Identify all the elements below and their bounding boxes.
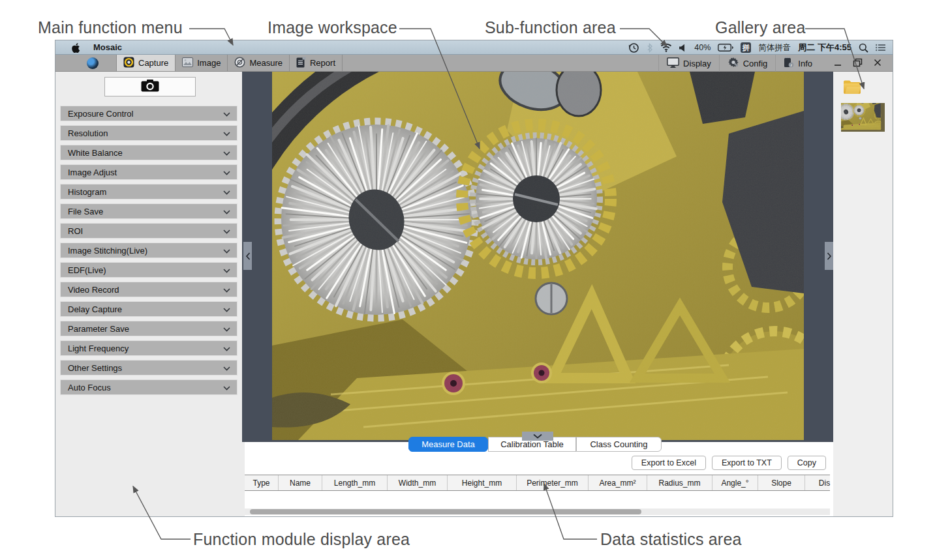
- tab-measure-data[interactable]: Measure Data: [408, 437, 488, 452]
- restore-button[interactable]: [853, 58, 863, 68]
- sidebar-panel[interactable]: Image Stitching(Live): [60, 243, 238, 258]
- collapse-right-handle[interactable]: [825, 242, 833, 270]
- label-image-workspace: Image workspace: [268, 18, 397, 37]
- sidebar-panel[interactable]: Other Settings: [60, 360, 238, 376]
- tab-capture[interactable]: Capture: [116, 55, 176, 71]
- capture-photo-button[interactable]: [104, 77, 196, 96]
- sidebar-panel[interactable]: Auto Focus: [60, 379, 238, 395]
- sidebar-panel-label: ROI: [68, 226, 83, 236]
- table-column-header[interactable]: Width_mm: [388, 475, 448, 490]
- chevron-down-icon: [223, 168, 230, 177]
- image-icon: [182, 57, 193, 69]
- chevron-down-icon: [223, 246, 230, 256]
- table-column-header[interactable]: Area_mm²: [589, 475, 647, 490]
- measure-icon: [234, 57, 245, 70]
- display-label: Display: [683, 59, 711, 68]
- table-column-header[interactable]: Type: [245, 475, 279, 490]
- sidebar-panel-label: File Save: [68, 207, 103, 216]
- wifi-icon[interactable]: [660, 43, 672, 52]
- sidebar-panel[interactable]: File Save: [60, 203, 238, 219]
- sidebar-panel[interactable]: Video Record: [60, 282, 238, 297]
- tab-image-label: Image: [197, 58, 221, 68]
- info-label: Info: [798, 59, 812, 68]
- table-column-header[interactable]: Name: [279, 475, 322, 490]
- table-column-header[interactable]: Slope: [758, 475, 805, 490]
- tab-image[interactable]: Image: [176, 55, 228, 71]
- time-machine-icon[interactable]: [628, 42, 639, 53]
- sidebar-panel[interactable]: Parameter Save: [60, 321, 238, 336]
- sidebar-panel[interactable]: Exposure Control: [60, 106, 238, 121]
- sidebar-panel[interactable]: Image Adjust: [60, 164, 238, 180]
- sidebar-panel[interactable]: White Balance: [60, 145, 238, 160]
- export-to-excel-button[interactable]: Export to Excel: [632, 456, 706, 470]
- tab-measure[interactable]: Measure: [228, 55, 290, 71]
- menu-datetime[interactable]: 周二 下午4:55: [798, 42, 851, 53]
- export-actions: Export to Excel Export to TXT Copy: [632, 456, 826, 470]
- sub-function-area-bar: Display Config i Info: [658, 55, 893, 72]
- input-method-badge[interactable]: 拼: [741, 42, 751, 53]
- gallery-thumbnail[interactable]: [841, 103, 885, 132]
- bluetooth-icon[interactable]: [647, 43, 653, 53]
- chevron-down-icon: [223, 383, 230, 392]
- function-module-display-area: Exposure Control Resolution White Balanc…: [55, 72, 242, 516]
- app-window: Mosaic 40% 拼 简体拼音 周二 下午4:55: [55, 40, 893, 516]
- sidebar-panel[interactable]: Histogram: [60, 184, 238, 199]
- chevron-down-icon: [223, 324, 230, 334]
- table-column-header[interactable]: Length_mm: [322, 475, 388, 490]
- collapse-left-handle[interactable]: [243, 242, 252, 270]
- tab-capture-label: Capture: [138, 58, 168, 68]
- tab-report-label: Report: [310, 58, 335, 68]
- tab-class-counting[interactable]: Class Counting: [576, 437, 662, 452]
- image-workspace: Measure Data Calibration Table Class Cou…: [242, 72, 833, 516]
- minimize-button[interactable]: [833, 58, 842, 68]
- label-data-statistics-area: Data statistics area: [600, 530, 742, 549]
- copy-button[interactable]: Copy: [788, 456, 826, 470]
- sidebar-panel[interactable]: Light Frequency: [60, 340, 238, 356]
- config-label: Config: [743, 59, 768, 68]
- sidebar-panel[interactable]: EDF(Live): [60, 262, 238, 278]
- table-column-header[interactable]: Perimeter_mm: [517, 475, 589, 490]
- display-button[interactable]: Display: [658, 55, 719, 72]
- control-center-icon[interactable]: [876, 44, 886, 52]
- sidebar-panel-list: Exposure Control Resolution White Balanc…: [60, 106, 238, 399]
- battery-icon[interactable]: [718, 44, 733, 52]
- scrollbar-thumb[interactable]: [250, 509, 641, 514]
- tab-report[interactable]: Report: [290, 55, 343, 71]
- report-icon: [296, 57, 306, 70]
- app-home-icon[interactable]: [87, 57, 99, 69]
- chevron-down-icon: [223, 363, 230, 373]
- apple-logo-icon[interactable]: [72, 42, 80, 53]
- chevron-down-icon: [223, 187, 230, 197]
- spotlight-search-icon[interactable]: [859, 43, 868, 53]
- table-column-header[interactable]: Radius_mm: [647, 475, 712, 490]
- sidebar-panel-label: Light Frequency: [68, 344, 129, 353]
- sidebar-panel[interactable]: Resolution: [60, 125, 238, 141]
- sidebar-panel[interactable]: ROI: [60, 223, 238, 239]
- sidebar-panel-label: Other Settings: [68, 363, 122, 373]
- input-method-name[interactable]: 简体拼音: [758, 42, 791, 53]
- sidebar-panel-label: White Balance: [68, 148, 123, 158]
- sidebar-panel-label: Image Stitching(Live): [68, 246, 147, 256]
- sidebar-panel-label: Histogram: [68, 187, 106, 197]
- sidebar-panel[interactable]: Delay Capture: [60, 301, 238, 317]
- close-button[interactable]: [873, 58, 882, 68]
- table-column-header[interactable]: Angle_°: [712, 475, 758, 490]
- volume-icon[interactable]: [679, 44, 687, 52]
- config-button[interactable]: Config: [719, 55, 776, 72]
- chevron-down-icon: [223, 109, 230, 119]
- table-column-header[interactable]: Height_mm: [448, 475, 517, 490]
- table-horizontal-scrollbar[interactable]: [245, 508, 830, 515]
- gallery-area: [833, 72, 893, 516]
- folder-icon[interactable]: [842, 78, 862, 98]
- battery-percent: 40%: [694, 43, 711, 52]
- window-controls: [820, 58, 893, 68]
- info-button[interactable]: i Info: [775, 55, 820, 72]
- main-function-menu-bar: Capture Image Measure Report Display: [55, 55, 893, 72]
- chevron-down-icon: [223, 344, 230, 353]
- measure-table-header: TypeNameLength_mmWidth_mmHeight_mmPerime…: [245, 475, 830, 491]
- live-image-view[interactable]: [242, 72, 833, 442]
- menu-app-name[interactable]: Mosaic: [93, 42, 122, 52]
- collapse-bottom-handle[interactable]: [522, 432, 553, 441]
- main-tabs: Capture Image Measure Report: [116, 55, 343, 71]
- export-to-txt-button[interactable]: Export to TXT: [712, 456, 782, 470]
